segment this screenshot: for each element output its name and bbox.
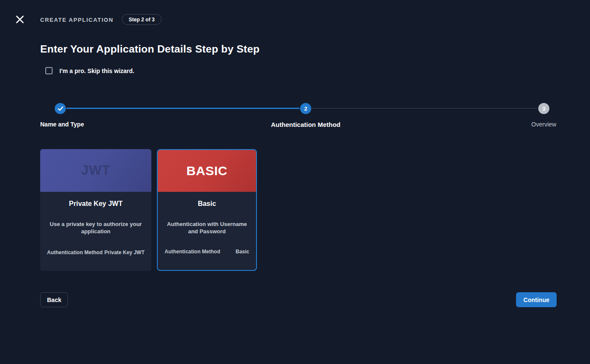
- step-2-label: Authentication Method: [271, 121, 340, 128]
- step-1-indicator: [55, 103, 66, 114]
- basic-card-description: Authentication with Username and Passwor…: [165, 220, 249, 235]
- wizard-heading: Enter Your Application Details Step by S…: [40, 43, 260, 55]
- card-basic-selected[interactable]: BASIC Basic Authentication with Username…: [157, 149, 257, 271]
- jwt-banner-text: JWT: [81, 163, 110, 178]
- back-button[interactable]: Back: [40, 292, 68, 307]
- stepper-line-upcoming: [312, 108, 537, 109]
- step-2-indicator: 2: [300, 103, 311, 114]
- card-private-key-jwt[interactable]: JWT Private Key JWT Use a private key to…: [40, 149, 151, 271]
- jwt-meta-label: Authentication Method: [47, 250, 103, 255]
- jwt-card-description: Use a private key to authorize your appl…: [49, 220, 143, 235]
- wizard-actions: Back Continue: [40, 292, 557, 307]
- step-badge: Step 2 of 3: [122, 14, 162, 25]
- auth-method-cards: JWT Private Key JWT Use a private key to…: [40, 149, 257, 271]
- step-3-indicator: 3: [538, 103, 549, 114]
- basic-meta-value: Basic: [236, 249, 249, 255]
- basic-banner-text: BASIC: [186, 164, 227, 178]
- close-button[interactable]: [14, 13, 26, 25]
- wizard-stepper: 2 3: [40, 103, 557, 114]
- continue-button[interactable]: Continue: [516, 292, 557, 307]
- check-icon: [58, 106, 63, 111]
- skip-wizard-checkbox-row[interactable]: I'm a pro. Skip this wizard.: [45, 67, 134, 74]
- close-icon: [15, 15, 24, 24]
- stepper-line-complete: [66, 108, 300, 109]
- basic-card-banner: BASIC: [158, 150, 256, 192]
- skip-wizard-label: I'm a pro. Skip this wizard.: [59, 68, 134, 74]
- page-title: CREATE APPLICATION: [40, 17, 114, 23]
- step-3-label: Overview: [531, 121, 556, 128]
- jwt-card-meta: Authentication Method Private Key JWT: [40, 250, 151, 255]
- create-application-wizard: CREATE APPLICATION Step 2 of 3 Enter You…: [0, 0, 590, 364]
- jwt-card-title: Private Key JWT: [40, 200, 151, 208]
- step-1-label: Name and Type: [40, 121, 84, 128]
- jwt-meta-value: Private Key JWT: [104, 250, 145, 255]
- stepper-labels: Name and Type Authentication Method Over…: [40, 121, 557, 129]
- skip-wizard-checkbox[interactable]: [45, 67, 53, 74]
- jwt-card-banner: JWT: [40, 149, 151, 192]
- basic-meta-label: Authentication Method: [165, 249, 220, 255]
- basic-card-title: Basic: [158, 200, 256, 208]
- basic-card-meta: Authentication Method Basic: [158, 249, 256, 255]
